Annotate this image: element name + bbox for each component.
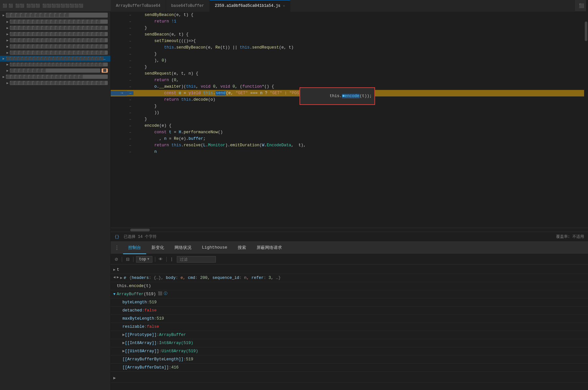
sidebar-item-0[interactable]: ▶ ⬛⬛⬛⬛⬛⬛⬛⬛⬛⬛⬛⬛⬛ bbox=[0, 12, 110, 19]
console-entry-e[interactable]: ◀ ▶ ▶ e {headers: {…}, body: e, cmd: 200… bbox=[111, 274, 588, 282]
sidebar-item-3[interactable]: ▶ ⬛⬛⬛⬛⬛⬛⬛⬛⬛⬛⬛⬛⬛⬛⬛⬛⬛⬛⬛⬛⬛⬛⬛⬛ bbox=[0, 31, 110, 37]
sidebar-item-7[interactable]: ▶ ⬛⬛⬛⬛⬛⬛⬛⬛⬛⬛⬛⬛⬛⬛⬛⬛⬛⬛⬛⬛⬛⬛⬛⬛⬛⬛⬛⬛⬛⬛⬛⬛⬛⬛⬛⬛⬛⬛… bbox=[0, 56, 110, 62]
sidebar-item-1[interactable]: ▶ ⬛⬛⬛⬛⬛⬛⬛⬛⬛⬛⬛⬛⬛⬛⬛⬛⬛⬛⬛⬛ bbox=[0, 19, 110, 25]
editor-scrollbar[interactable] bbox=[584, 12, 588, 228]
coverage-info: 覆盖率: 不适用 bbox=[556, 235, 584, 239]
tooltip-overlay: this.■encode(t)); bbox=[300, 87, 375, 105]
sidebar-item-2[interactable]: ▶ ⬛⬛⬛⬛⬛⬛⬛⬛⬛⬛⬛⬛⬛⬛⬛⬛⬛⬛⬛⬛⬛⬛⬛⬛ bbox=[0, 25, 110, 31]
line-content-16: )) bbox=[133, 110, 588, 115]
sidebar-label-3: ⬛⬛⬛⬛⬛⬛⬛⬛⬛⬛⬛⬛⬛⬛⬛⬛⬛⬛⬛⬛⬛⬛⬛⬛ bbox=[10, 32, 108, 36]
sidebar-item-10[interactable]: ▶ ⬛⬛⬛⬛⬛⬛⬛⬛⬛⬛⬛⬛⬛⬛⬛⬛⬛ bbox=[0, 74, 110, 80]
devtools-tabs: ⋮ 控制台 新变化 网络状况 Lighthouse 搜索 屏蔽网络请求 bbox=[111, 242, 588, 254]
line-content-11: return (0, bbox=[133, 78, 588, 82]
tab-search[interactable]: 搜索 bbox=[232, 242, 251, 254]
prop-key-arraybufferdata: [[ArrayBufferData]] bbox=[122, 364, 169, 371]
code-line-1: – sendByBeacon(e, t) { bbox=[111, 12, 588, 18]
sidebar-badge-9: ⬛ bbox=[102, 68, 108, 73]
tab-changes[interactable]: 新变化 bbox=[146, 242, 169, 254]
line-arrow-16: – bbox=[127, 111, 133, 115]
console-filter-input[interactable] bbox=[177, 256, 216, 263]
sidebar-item-11[interactable]: ▶ ⬛⬛⬛⬛⬛⬛⬛⬛⬛⬛⬛⬛⬛⬛⬛⬛⬛⬛⬛⬛⬛⬛⬛ bbox=[0, 80, 110, 86]
code-container[interactable]: – sendByBeacon(e, t) { – return !1 – } bbox=[111, 12, 588, 228]
expand-arrow-uint8array: ▶ bbox=[122, 348, 125, 354]
tab-network-conditions[interactable]: 网络状况 bbox=[169, 242, 197, 254]
bottom-scrollbar[interactable] bbox=[111, 228, 588, 232]
expand-icon[interactable]: ⬛ bbox=[579, 3, 584, 8]
prop-int8array[interactable]: ▶ [[Int8Array]] : Int8Array(519) bbox=[111, 339, 588, 347]
sidebar-item-9[interactable]: ▶ ⬛⬛⬛⬛⬛⬛⬛⬛ ⬛ bbox=[0, 67, 110, 74]
console-entry-t[interactable]: ▶ t bbox=[111, 266, 588, 274]
line-content-22: n bbox=[133, 150, 588, 154]
context-selector[interactable]: top ▼ bbox=[136, 256, 152, 263]
tab-close-icon[interactable]: ✕ bbox=[283, 4, 285, 8]
toolbar-separator-1 bbox=[122, 257, 122, 262]
line-arrow-17: – bbox=[127, 117, 133, 121]
status-bar-left: {} 已选择 14 个字符 bbox=[115, 234, 157, 239]
arraybuffer-info-icon[interactable]: ⓘ bbox=[164, 291, 167, 297]
toolbar-separator-2 bbox=[133, 257, 133, 262]
tab-console[interactable]: 控制台 bbox=[123, 242, 146, 254]
prompt-arrow-icon: ▶ bbox=[113, 375, 116, 382]
top-bar: ⬛ ⬛ ⬛⬛ ⬛⬛⬛ ⬛⬛⬛⬛⬛⬛⬛⬛⬛ ArrayBufferToBase64… bbox=[0, 0, 588, 12]
arraybuffer-copy-icon[interactable]: ⬛ bbox=[158, 291, 162, 297]
line-content-3: } bbox=[133, 26, 588, 30]
console-entry-arraybuffer-header[interactable]: ▼ ArrayBuffer(519) ⬛ ⓘ bbox=[111, 290, 588, 298]
code-line-16: – )) bbox=[111, 109, 588, 116]
line-arrow-22: – bbox=[127, 150, 133, 154]
devtools-panel: ⋮ 控制台 新变化 网络状况 Lighthouse 搜索 屏蔽网络请求 bbox=[111, 241, 588, 390]
prop-colon-1: : bbox=[147, 299, 149, 306]
prop-detached: detached : false bbox=[111, 307, 588, 315]
line-arrow-5: – bbox=[127, 39, 133, 43]
line-content-21: return this.resolve(L.Monitor).emitDurat… bbox=[133, 143, 588, 148]
line-arrow-19: – bbox=[127, 130, 133, 134]
sidebar-label-7: ⬛⬛⬛⬛⬛⬛⬛⬛⬛⬛⬛⬛⬛⬛⬛⬛⬛⬛⬛⬛⬛⬛⬛⬛⬛⬛⬛⬛⬛⬛⬛⬛⬛⬛⬛⬛⬛⬛⬛⬛… bbox=[6, 57, 108, 61]
clear-console-button[interactable]: ⊘ bbox=[113, 256, 119, 262]
entry-label-t: t bbox=[117, 267, 119, 273]
console-entry-encode[interactable]: ▶ this.encode(t) bbox=[111, 282, 588, 290]
sidebar-item-4[interactable]: ▶ ⬛⬛⬛⬛⬛⬛⬛⬛⬛⬛⬛⬛⬛⬛⬛⬛⬛⬛⬛⬛⬛⬛ bbox=[0, 37, 110, 43]
expand-arrow-int8array: ▶ bbox=[122, 340, 125, 346]
tab-block-requests[interactable]: 屏蔽网络请求 bbox=[251, 242, 287, 254]
code-line-3: – } bbox=[111, 25, 588, 31]
expand-arrow-e: ▶ bbox=[120, 275, 122, 281]
tab-base64-to-buffer[interactable]: base64ToBuffer bbox=[166, 0, 210, 12]
editor-scrollbar-thumb[interactable] bbox=[585, 22, 587, 41]
console-output[interactable]: ▶ t ◀ ▶ ▶ e {headers: {…}, body: e, cmd:… bbox=[111, 265, 588, 390]
console-prompt-line: ▶ bbox=[111, 374, 588, 383]
prop-key-resizable: resizable bbox=[122, 324, 145, 330]
sidebar-item-8[interactable]: ▶ ⬛⬛⬛⬛⬛⬛⬛⬛⬛⬛⬛⬛⬛⬛⬛⬛⬛⬛⬛⬛⬛⬛⬛⬛⬛⬛⬛⬛⬛⬛⬛ bbox=[0, 62, 110, 67]
line-arrow-4: – bbox=[127, 33, 133, 36]
line-content-9: } bbox=[133, 65, 588, 69]
devtools-menu-icon[interactable]: ⋮ bbox=[111, 245, 123, 251]
sidebar-label-10: ⬛⬛⬛⬛⬛⬛⬛⬛⬛⬛⬛⬛⬛⬛⬛⬛⬛ bbox=[6, 75, 108, 79]
tab-arraybuffer-to-base64[interactable]: ArrayBufferToBase64 bbox=[111, 0, 166, 12]
prop-prototype[interactable]: ▶ [[Prototype]] : ArrayBuffer bbox=[111, 331, 588, 339]
toggle-filter-button[interactable]: ⊟ bbox=[125, 256, 131, 262]
sidebar-item-5[interactable]: ▶ ⬛⬛⬛⬛⬛⬛⬛⬛⬛⬛⬛⬛⬛⬛⬛⬛⬛⬛⬛⬛⬛⬛⬛ bbox=[0, 43, 110, 50]
expand-arrow-arraybuffer: ▼ bbox=[113, 292, 116, 297]
line-content-2: return !1 bbox=[133, 19, 588, 24]
sidebar-label-2: ⬛⬛⬛⬛⬛⬛⬛⬛⬛⬛⬛⬛⬛⬛⬛⬛⬛⬛⬛⬛⬛⬛⬛⬛ bbox=[10, 26, 108, 30]
code-line-22: – n bbox=[111, 149, 588, 155]
sidebar-item-6[interactable]: ▶ ⬛⬛⬛⬛⬛⬛⬛⬛⬛⬛⬛⬛⬛⬛⬛⬛⬛⬛⬛⬛⬛⬛⬛⬛⬛⬛⬛⬛ bbox=[0, 50, 110, 56]
back-arrow-icon: ◀ bbox=[113, 275, 116, 281]
prop-uint8array[interactable]: ▶ [[Uint8Array]] : Uint8Array(519) bbox=[111, 347, 588, 355]
tab-2359[interactable]: 2359.a1a0bf6ad5ca041b1a54.js ✕ bbox=[210, 0, 291, 12]
icon-3: ▶ bbox=[7, 32, 8, 36]
icon-1: ▶ bbox=[7, 20, 8, 24]
icon-9: ▶ bbox=[7, 69, 8, 73]
line-content-19: const t = H.performanceNow() bbox=[133, 130, 588, 135]
prop-arraybufferbytelength: [[ArrayBufferByteLength]] : 519 bbox=[111, 355, 588, 364]
icon-6: ▶ bbox=[7, 51, 8, 55]
entry-label-arraybuffer: ArrayBuffer(519) bbox=[117, 291, 156, 297]
code-line-4: – sendBeacon(e, t) { bbox=[111, 31, 588, 38]
bottom-scrollbar-thumb[interactable] bbox=[130, 229, 150, 231]
tab-lighthouse[interactable]: Lighthouse bbox=[197, 242, 232, 254]
icon-11: ▶ bbox=[7, 81, 8, 85]
code-line-2: – return !1 bbox=[111, 18, 588, 25]
eye-button[interactable]: 👁 bbox=[158, 256, 164, 262]
prop-colon-2: : bbox=[142, 307, 145, 314]
line-arrow-9: – bbox=[127, 65, 133, 69]
prop-colon-4: : bbox=[145, 324, 147, 330]
editor-tab-bar: ArrayBufferToBase64 base64ToBuffer 2359.… bbox=[111, 0, 575, 12]
